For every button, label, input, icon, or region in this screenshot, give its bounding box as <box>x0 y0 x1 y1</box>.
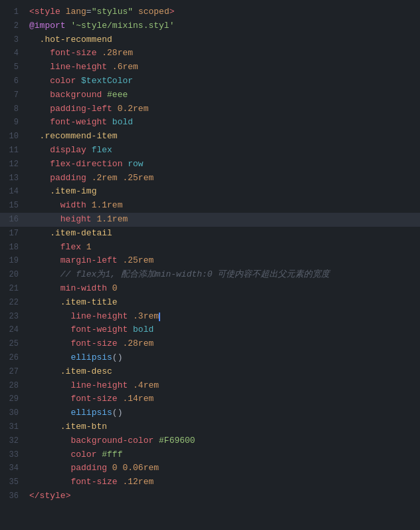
line-content: color #fff <box>27 448 420 462</box>
import-path: '~style/mixins.styl' <box>70 21 174 31</box>
plain-text <box>29 408 70 418</box>
line-number: 18 <box>0 241 27 254</box>
property: padding <box>50 173 86 183</box>
line-number: 34 <box>0 462 27 475</box>
code-editor[interactable]: 1<style lang="stylus" scoped>2@import '~… <box>0 0 420 509</box>
line-number: 16 <box>0 213 27 226</box>
line-content: flex-direction row <box>27 158 420 172</box>
value-num: 0.2rem <box>118 104 149 114</box>
plain-text <box>29 214 60 224</box>
plain-text <box>112 104 118 114</box>
plain-text <box>107 463 112 473</box>
plain-text <box>107 62 112 72</box>
code-line-2: 2@import '~style/mixins.styl' <box>0 19 420 33</box>
code-line-4: 4 font-size .28rem <box>0 47 420 61</box>
line-content: background-color #F69600 <box>27 434 420 448</box>
plain-text <box>29 269 60 279</box>
line-number: 14 <box>0 186 27 198</box>
attr-value: "stylus" <box>92 7 133 17</box>
code-line-21: 21 min-width 0 <box>0 282 420 296</box>
property: font-size <box>50 48 96 58</box>
selector-class: .item-desc <box>60 366 112 376</box>
line-number: 3 <box>0 34 27 47</box>
line-content: padding .2rem .25rem <box>27 172 420 186</box>
value-num: .12rem <box>122 477 154 487</box>
plain-text <box>29 450 70 460</box>
plain-text <box>76 76 81 86</box>
line-content: font-size .28rem <box>27 337 420 351</box>
code-line-8: 8 padding-left 0.2rem <box>0 102 420 116</box>
line-content: // flex为1, 配合添加min-width:0 可使内容不超出父元素的宽度 <box>27 268 420 282</box>
plain-text <box>29 477 70 487</box>
line-number: 26 <box>0 352 27 364</box>
code-line-29: 29 font-size .14rem <box>0 392 420 406</box>
line-content: line-height .3rem <box>27 310 420 324</box>
plain-text <box>29 117 50 127</box>
line-number: 12 <box>0 158 27 171</box>
tag: style <box>40 491 66 501</box>
line-number: 24 <box>0 324 27 336</box>
code-line-19: 19 margin-left .25rem <box>0 254 420 268</box>
property: font-weight <box>50 117 107 127</box>
line-content: background #eee <box>27 88 420 102</box>
line-number: 32 <box>0 435 27 448</box>
plain-text <box>29 104 50 114</box>
line-number: 5 <box>0 61 27 74</box>
selector-class: .hot-recommend <box>40 35 112 45</box>
value-num: .4rem <box>133 380 159 390</box>
line-content: width 1.1rem <box>27 199 420 213</box>
line-number: 28 <box>0 380 27 392</box>
property: line-height <box>50 62 107 72</box>
plain-text <box>29 90 50 100</box>
line-content: @import '~style/mixins.styl' <box>27 19 420 33</box>
line-number: 2 <box>0 20 27 33</box>
line-number: 25 <box>0 338 27 350</box>
value-color-hash: #F69600 <box>159 436 195 446</box>
plain-text <box>86 200 92 210</box>
line-number: 4 <box>0 47 27 60</box>
code-line-10: 10 .recommend-item <box>0 130 420 144</box>
selector-class: .recommend-item <box>40 131 118 141</box>
line-number: 33 <box>0 449 27 462</box>
line-content: height 1.1rem <box>27 213 420 227</box>
property: display <box>50 145 86 155</box>
code-line-27: 27 .item-desc <box>0 365 420 379</box>
code-line-5: 5 line-height .6rem <box>0 61 420 74</box>
value-num: 0 0.06rem <box>112 463 159 473</box>
plain-text <box>29 311 70 321</box>
code-line-31: 31 .item-btn <box>0 420 420 434</box>
plain-text <box>29 145 50 155</box>
line-number: 7 <box>0 89 27 102</box>
line-number: 11 <box>0 144 27 157</box>
attr-name: lang <box>60 7 86 17</box>
plain-text <box>29 366 60 376</box>
plain-text <box>29 62 50 72</box>
line-content: line-height .4rem <box>27 379 420 393</box>
plain-text <box>29 131 40 141</box>
property: height <box>60 214 92 224</box>
property: flex <box>60 242 81 252</box>
plain-text <box>29 255 60 265</box>
tag: > <box>169 7 175 17</box>
line-content: .hot-recommend <box>27 33 420 47</box>
code-line-17: 17 .item-detail <box>0 227 420 241</box>
line-content: <style lang="stylus" scoped> <box>27 5 420 19</box>
cursor <box>159 313 160 321</box>
plain-text <box>29 228 50 238</box>
code-line-1: 1<style lang="stylus" scoped> <box>0 5 420 19</box>
code-line-24: 24 font-weight bold <box>0 323 420 337</box>
plain-text <box>29 200 60 210</box>
line-number: 10 <box>0 130 27 143</box>
property: font-weight <box>70 325 128 334</box>
selector-class: .item-img <box>50 186 96 196</box>
value-num: .2rem .25rem <box>92 173 154 183</box>
value-color-hash: #fff <box>102 450 122 460</box>
tag: < <box>29 7 35 17</box>
variable: $textColor <box>81 76 133 86</box>
line-number: 17 <box>0 227 27 240</box>
code-line-36: 36</style> <box>0 489 420 503</box>
plain-text <box>29 463 70 473</box>
plain-text <box>154 436 159 446</box>
property: padding-left <box>50 104 112 114</box>
value-num: 1.1rem <box>96 214 128 224</box>
